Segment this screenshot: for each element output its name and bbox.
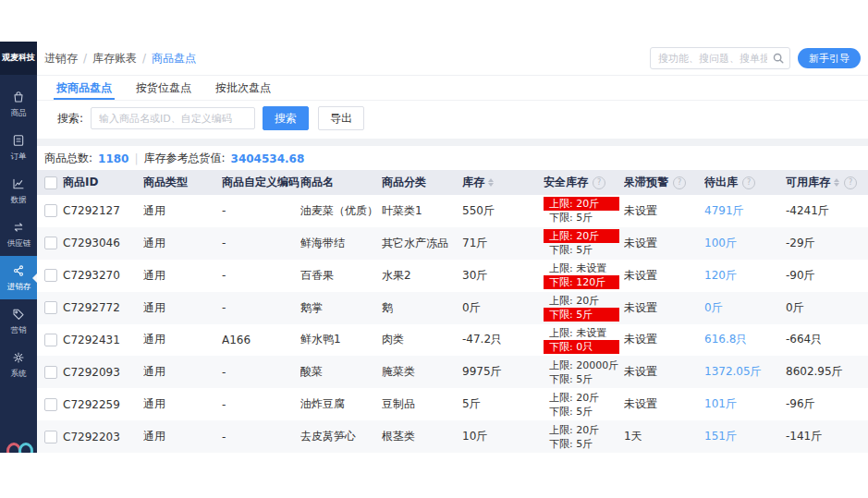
export-button[interactable]: 导出 (318, 106, 364, 130)
cell-pending-out-link[interactable]: 101斤 (704, 397, 737, 410)
sidebar-item-products[interactable]: 商品 (0, 82, 37, 126)
help-icon[interactable]: ? (844, 176, 857, 189)
sidebar-item-data[interactable]: 数据 (0, 169, 37, 213)
breadcrumb-item-1[interactable]: 库存账表 (92, 51, 137, 67)
row-checkbox[interactable] (44, 366, 57, 379)
column-header-3: 商品名 (300, 175, 382, 190)
cell-product-type: 通用 (143, 396, 222, 412)
tab-2[interactable]: 按批次盘点 (203, 76, 283, 100)
sidebar-item-orders[interactable]: 订单 (0, 126, 37, 169)
search-row: 搜索: 搜索 导出 (37, 101, 868, 139)
sort-icon[interactable] (488, 178, 494, 187)
header-checkbox-cell (37, 176, 63, 189)
table-row: C7292127 通用 - 油麦菜（优质） 叶菜类1 550斤 上限: 20斤下… (37, 195, 868, 227)
sidebar-item-inventory[interactable]: 进销存 (0, 256, 37, 299)
help-icon[interactable]: ? (593, 176, 605, 189)
cell-available-stock: -96斤 (786, 396, 868, 412)
cell-pending-out-link[interactable]: 4791斤 (704, 204, 744, 217)
row-checkbox[interactable] (44, 237, 57, 249)
cell-stock: 550斤 (462, 203, 544, 219)
tab-0[interactable]: 按商品盘点 (44, 76, 124, 100)
main-area: 进销存/库存账表/商品盘点 新手引导 按商品盘点按货位盘点按批次盘点 搜索: (37, 42, 868, 453)
cell-pending-out-link[interactable]: 151斤 (704, 430, 737, 443)
cell-pending-out-link[interactable]: 100斤 (704, 237, 737, 249)
cell-product-id: C7292093 (63, 366, 143, 379)
cell-product-type: 通用 (143, 429, 222, 444)
search-button[interactable]: 搜索 (263, 106, 309, 130)
cell-pending-out-link[interactable]: 616.8只 (704, 333, 747, 346)
table-row: C7292431 通用 A166 鲜水鸭1 肉类 -47.2只 上限: 未设置下… (37, 324, 868, 357)
sidebar-item-label: 商品 (10, 107, 26, 118)
cell-category: 叶菜类1 (382, 203, 462, 219)
column-header-9: 可用库存? (786, 175, 868, 190)
supply-chain-icon (11, 220, 26, 235)
column-label: 可用库存 (786, 175, 830, 190)
cell-custom-code: - (222, 269, 300, 282)
topbar: 进销存/库存账表/商品盘点 新手引导 (37, 42, 868, 76)
beginner-guide-button[interactable]: 新手引导 (798, 48, 861, 68)
row-checkbox[interactable] (44, 204, 57, 217)
inventory-table: 商品总数: 1180 | 库存参考总货值: 3404534.68 商品ID商品类… (37, 146, 868, 453)
cell-stagnant-warning: 未设置 (624, 332, 704, 347)
search-icon[interactable] (772, 51, 785, 64)
topbar-right: 新手引导 (650, 47, 861, 69)
cell-stock: -47.2只 (462, 332, 544, 347)
cell-available-stock: -141斤 (786, 429, 868, 444)
global-search-input[interactable] (650, 47, 790, 69)
table-body: C7292127 通用 - 油麦菜（优质） 叶菜类1 550斤 上限: 20斤下… (37, 195, 868, 453)
table-row: C7292259 通用 - 油炸豆腐 豆制品 5斤 上限: 20斤下限: 5斤 … (37, 388, 868, 420)
cell-product-type: 通用 (143, 332, 222, 347)
row-checkbox[interactable] (44, 269, 57, 282)
cell-safety-stock: 上限: 20000斤下限: 5斤 (544, 358, 624, 386)
cell-stock: 30斤 (462, 268, 544, 284)
sidebar-item-supply-chain[interactable]: 供应链 (0, 213, 37, 256)
cell-product-name: 油炸豆腐 (300, 396, 382, 412)
cell-product-id: C7293046 (63, 237, 143, 249)
table-header: 商品ID商品类型商品自定义编码商品名商品分类库存安全库存?呆滞预警?待出库?可用… (37, 170, 868, 195)
help-icon[interactable]: ? (742, 176, 755, 189)
cell-product-id: C7292772 (63, 301, 143, 314)
sidebar-nav: 商品订单数据供应链进销存营销系统 (0, 82, 37, 386)
cell-product-name: 鲜水鸭1 (300, 332, 382, 347)
column-header-1: 商品类型 (143, 175, 222, 190)
tabs: 按商品盘点按货位盘点按批次盘点 (37, 76, 868, 101)
row-checkbox[interactable] (44, 398, 57, 411)
sort-icon[interactable] (834, 178, 839, 187)
sidebar-item-marketing[interactable]: 营销 (0, 299, 37, 343)
cell-product-type: 通用 (143, 203, 222, 219)
cell-product-id: C7293270 (63, 269, 143, 282)
cell-product-name: 鲜海带结 (300, 236, 382, 251)
column-label: 商品自定义编码 (222, 175, 300, 190)
brand-logo: 观麦科技 (0, 42, 37, 75)
cell-category: 豆制品 (382, 396, 462, 412)
cell-safety-stock: 上限: 20斤下限: 5斤 (544, 294, 624, 322)
sidebar-item-system[interactable]: 系统 (0, 343, 37, 386)
footer-logo-icon[interactable] (6, 443, 33, 453)
column-header-2: 商品自定义编码 (222, 175, 300, 190)
row-checkbox[interactable] (44, 301, 57, 314)
stats-separator: | (134, 152, 138, 165)
cell-pending-out-link[interactable]: 0斤 (704, 301, 723, 314)
help-icon[interactable]: ? (673, 176, 686, 189)
column-header-6: 安全库存? (544, 175, 624, 190)
cell-available-stock: -90斤 (786, 268, 868, 284)
cell-stagnant-warning: 未设置 (624, 236, 704, 251)
select-all-checkbox[interactable] (44, 176, 57, 189)
tab-1[interactable]: 按货位盘点 (124, 76, 203, 100)
cell-category: 其它水产冻品 (382, 236, 462, 251)
row-checkbox[interactable] (44, 431, 57, 443)
cell-product-id: C7292127 (63, 204, 143, 217)
row-checkbox[interactable] (44, 334, 57, 346)
column-label: 呆滞预警 (624, 175, 668, 190)
breadcrumb-separator: / (83, 52, 87, 65)
cell-category: 水果2 (382, 268, 462, 284)
column-header-5: 库存 (462, 175, 544, 190)
cell-safety-stock: 上限: 未设置下限: 120斤 (544, 261, 624, 289)
screenshot-canvas: 观麦科技 商品订单数据供应链进销存营销系统 进销存/库存账表/商品盘点 新手引导 (0, 0, 868, 498)
cell-pending-out-link[interactable]: 1372.05斤 (704, 365, 762, 378)
sidebar: 观麦科技 商品订单数据供应链进销存营销系统 (0, 42, 37, 453)
breadcrumb-item-0[interactable]: 进销存 (44, 51, 78, 67)
column-label: 商品类型 (143, 175, 188, 190)
cell-pending-out-link[interactable]: 120斤 (704, 269, 737, 282)
product-search-input[interactable] (91, 107, 255, 129)
